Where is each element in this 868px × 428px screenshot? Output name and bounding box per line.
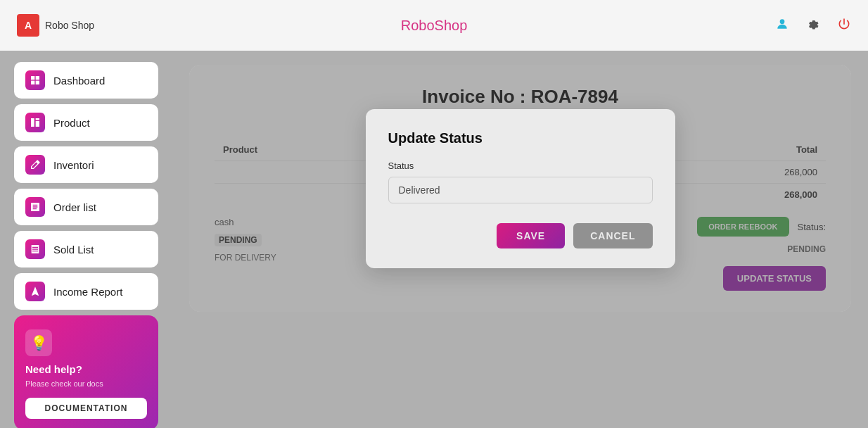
svg-rect-6 (36, 121, 39, 127)
sidebar-item-product[interactable]: Product (14, 104, 158, 141)
sidebar-item-income-report[interactable]: Income Report (14, 273, 158, 310)
sidebar-label-order-list: Order list (53, 201, 96, 213)
help-subtitle: Please check our docs (25, 379, 103, 388)
sidebar-item-order-list[interactable]: Order list (14, 189, 158, 225)
logo-area: A Robo Shop (17, 14, 94, 37)
sidebar-label-inventori: Inventori (53, 159, 94, 171)
update-status-modal: Update Status Status SAVE CANCEL (366, 109, 675, 268)
app-name: Robo Shop (45, 20, 94, 31)
svg-rect-2 (36, 76, 39, 80)
svg-point-0 (780, 19, 785, 24)
sidebar-label-income-report: Income Report (53, 286, 122, 298)
svg-rect-5 (31, 118, 34, 127)
sidebar-item-dashboard[interactable]: Dashboard (14, 62, 158, 99)
power-icon[interactable] (837, 17, 851, 34)
sidebar: Dashboard Product Inventori Order list S… (0, 51, 172, 428)
cancel-button[interactable]: CANCEL (573, 223, 652, 248)
settings-icon[interactable] (806, 17, 820, 34)
svg-rect-7 (36, 118, 39, 120)
sold-list-icon (25, 239, 45, 259)
logo-icon: A (17, 14, 39, 37)
help-bulb-icon: 💡 (25, 329, 52, 356)
modal-title: Update Status (388, 130, 653, 146)
sidebar-item-sold-list[interactable]: Sold List (14, 231, 158, 268)
content-area: Invoice No : ROA-7894 Client Name: cust … (172, 51, 868, 428)
save-button[interactable]: SAVE (497, 223, 565, 248)
svg-rect-1 (31, 76, 34, 80)
dashboard-icon (25, 70, 45, 90)
sidebar-label-sold-list: Sold List (53, 244, 94, 256)
header: A Robo Shop RoboShop (0, 0, 868, 51)
help-title: Need help? (25, 363, 82, 375)
sidebar-label-product: Product (53, 117, 90, 129)
help-card: 💡 Need help? Please check our docs DOCUM… (14, 315, 158, 428)
user-icon[interactable] (775, 17, 789, 34)
sidebar-label-dashboard: Dashboard (53, 75, 105, 87)
income-report-icon (25, 282, 45, 301)
modal-overlay: Update Status Status SAVE CANCEL (189, 65, 851, 312)
documentation-button[interactable]: DOCUMENTATION (25, 398, 147, 419)
header-icons (775, 17, 851, 34)
inventori-icon (25, 155, 45, 175)
modal-buttons: SAVE CANCEL (388, 223, 653, 248)
product-icon (25, 113, 45, 132)
invoice-card: Invoice No : ROA-7894 Client Name: cust … (189, 65, 851, 312)
status-input[interactable] (388, 177, 653, 203)
order-list-icon (25, 197, 45, 217)
modal-status-label: Status (388, 160, 653, 171)
svg-rect-3 (31, 81, 34, 84)
svg-rect-4 (36, 81, 39, 84)
main-layout: Dashboard Product Inventori Order list S… (0, 51, 868, 428)
header-title: RoboShop (401, 18, 468, 34)
sidebar-item-inventori[interactable]: Inventori (14, 146, 158, 183)
